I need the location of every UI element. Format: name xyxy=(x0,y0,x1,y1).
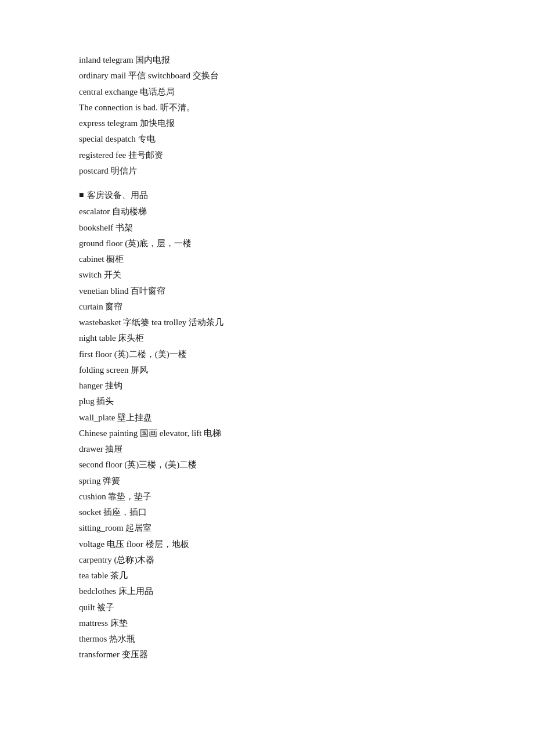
text-line: special despatch 专电 xyxy=(79,131,455,146)
text-line: The connection is bad. 听不清。 xyxy=(79,100,455,115)
text-line: sitting_room 起居室 xyxy=(79,520,455,535)
main-content: inland telegram 国内电报ordinary mail 平信 swi… xyxy=(79,52,455,663)
text-line: transformer 变压器 xyxy=(79,647,455,662)
text-line: cabinet 橱柜 xyxy=(79,251,455,267)
text-line: first floor (英)二楼，(美)一楼 xyxy=(79,347,455,362)
section-block: ■ 客房设备、用品 escalator 自动楼梯bookshelf 书架grou… xyxy=(79,188,455,663)
text-line: wastebasket 字纸篓 tea trolley 活动茶几 xyxy=(79,315,455,330)
text-line: bedclothes 床上用品 xyxy=(79,584,455,599)
text-line: voltage 电压 floor 楼层，地板 xyxy=(79,537,455,552)
text-line: mattress 床垫 xyxy=(79,615,455,631)
text-line: ground floor (英)底，层，一楼 xyxy=(79,236,455,251)
text-line: drawer 抽屉 xyxy=(79,441,455,456)
text-line: hanger 挂钩 xyxy=(79,378,455,393)
section-lines-block: escalator 自动楼梯bookshelf 书架ground floor (… xyxy=(79,204,455,662)
text-line: ordinary mail 平信 switchboard 交换台 xyxy=(79,68,455,83)
text-line: second floor (英)三楼，(美)二楼 xyxy=(79,457,455,472)
text-line: tea table 茶几 xyxy=(79,568,455,583)
top-lines-block: inland telegram 国内电报ordinary mail 平信 swi… xyxy=(79,52,455,178)
text-line: night table 床头柜 xyxy=(79,330,455,345)
text-line: wall_plate 壁上挂盘 xyxy=(79,410,455,425)
text-line: inland telegram 国内电报 xyxy=(79,52,455,67)
text-line: registered fee 挂号邮资 xyxy=(79,147,455,163)
text-line: Chinese painting 国画 elevator, lift 电梯 xyxy=(79,426,455,441)
text-line: postcard 明信片 xyxy=(79,163,455,178)
text-line: central exchange 电话总局 xyxy=(79,84,455,99)
text-line: escalator 自动楼梯 xyxy=(79,204,455,219)
text-line: carpentry (总称)木器 xyxy=(79,552,455,567)
text-line: express telegram 加快电报 xyxy=(79,116,455,131)
text-line: cushion 靠垫，垫子 xyxy=(79,489,455,504)
text-line: curtain 窗帘 xyxy=(79,299,455,314)
text-line: socket 插座，插口 xyxy=(79,505,455,520)
text-line: switch 开关 xyxy=(79,267,455,282)
text-line: thermos 热水瓶 xyxy=(79,631,455,646)
text-line: quilt 被子 xyxy=(79,600,455,615)
section-header: ■ 客房设备、用品 xyxy=(79,188,455,203)
text-line: venetian blind 百叶窗帘 xyxy=(79,283,455,298)
text-line: folding screen 屏风 xyxy=(79,362,455,377)
section-title: 客房设备、用品 xyxy=(87,188,148,203)
section-bullet: ■ xyxy=(79,188,84,203)
text-line: bookshelf 书架 xyxy=(79,220,455,235)
text-line: spring 弹簧 xyxy=(79,473,455,488)
text-line: plug 插头 xyxy=(79,394,455,409)
